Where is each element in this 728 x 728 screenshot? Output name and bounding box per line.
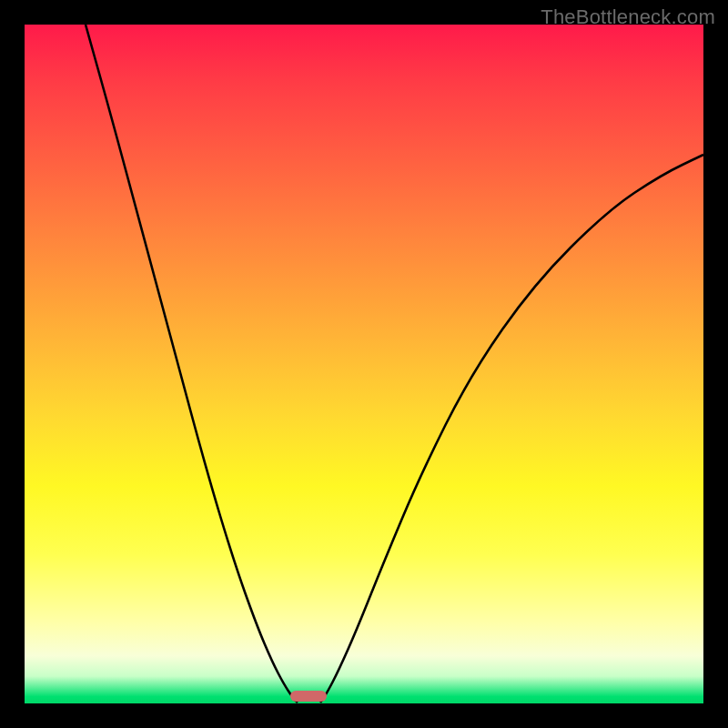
chart-plot-area <box>25 25 703 703</box>
curve-right-branch <box>320 155 703 703</box>
curve-left-branch <box>86 25 298 703</box>
watermark-attribution: TheBottleneck.com <box>541 5 715 29</box>
bottleneck-curve <box>25 25 703 703</box>
optimal-range-marker <box>290 691 327 702</box>
